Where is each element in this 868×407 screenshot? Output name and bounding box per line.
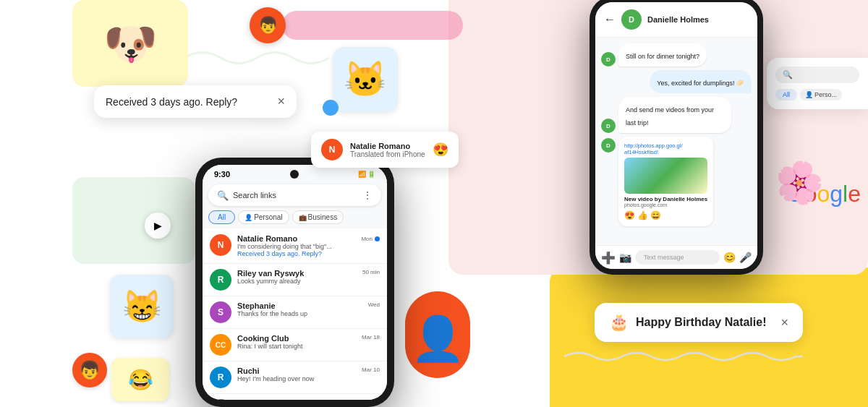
birthday-emoji: 🎂 xyxy=(609,313,629,332)
play-button[interactable]: ▶ xyxy=(145,213,171,239)
photos-tab-person[interactable]: 👤 Perso... xyxy=(800,89,842,100)
natalie-subtitle: Translated from iPhone xyxy=(350,150,425,158)
cooking-avatar: CC xyxy=(210,334,231,356)
chat-link-card: D http://photos.app.goo.gl/af14HsskfIisd… xyxy=(601,137,752,226)
cat-sticker-bottom: 😸 xyxy=(110,275,174,338)
ruchi-name: Ruchi xyxy=(237,367,260,375)
riley-preview: Looks yummy already xyxy=(237,278,380,285)
chat-input-bar: ➕ 📷 Text message 😊 🎤 xyxy=(595,245,757,269)
chat-input-field[interactable]: Text message xyxy=(635,250,720,265)
message-item-natalie[interactable]: N Natalie Romano Mon I'm considering doi… xyxy=(203,228,387,264)
stephanie-preview: Thanks for the heads up xyxy=(237,310,380,317)
riley-name: Riley van Ryswyk xyxy=(237,269,304,278)
stephanie-time: Wed xyxy=(368,301,380,310)
ruchi-time: Mar 10 xyxy=(362,367,380,375)
message-item-cooking[interactable]: CC Cooking Club Mar 18 Rina: I will star… xyxy=(203,329,387,361)
natalie-emoji: 😍 xyxy=(433,142,448,158)
blue-dot xyxy=(323,100,339,116)
chat-back-icon[interactable]: ← xyxy=(604,13,616,26)
message-item-ruchi[interactable]: R Ruchi Mar 10 Hey! I'm heading over now xyxy=(203,361,387,394)
message-item-daniel[interactable]: D Daniel Han Feb 25 xyxy=(203,394,387,400)
cat-illustration-top-left: 🐶 xyxy=(72,0,188,87)
daniel-avatar: D xyxy=(210,399,231,400)
chat-camera-icon[interactable]: 📷 xyxy=(619,252,631,263)
unread-dot xyxy=(375,236,380,241)
cooking-preview: Rina: I will start tonight xyxy=(237,343,380,350)
chat-phone-mockup: ← D Danielle Holmes D Still on for dinne… xyxy=(590,0,763,275)
top-pink-decoration xyxy=(282,11,463,40)
phone-menu-icon[interactable]: ⋮ xyxy=(362,189,373,201)
stephanie-avatar: S xyxy=(210,301,231,323)
chat-phone-screen: ← D Danielle Holmes D Still on for dinne… xyxy=(595,2,757,269)
phone-search-icon: 🔍 xyxy=(217,190,229,201)
birthday-text: Happy Birthday Natalie! xyxy=(636,316,766,329)
phone-mockup: 9:30 📶 🔋 🔍 Search links ⋮ All 👤 Personal… xyxy=(195,158,394,407)
daniel-time: Feb 25 xyxy=(362,399,380,400)
natalie-avatar: N xyxy=(321,139,343,160)
reply-notification-text: Received 3 days ago. Reply? xyxy=(106,96,237,108)
phone-search-placeholder: Search links xyxy=(233,191,276,200)
stephanie-name: Stephanie xyxy=(237,301,276,310)
chat-bubble-received-2: D And send me videos from your last trip… xyxy=(601,97,752,133)
phone-search-bar[interactable]: 🔍 Search links ⋮ xyxy=(208,184,381,206)
ruchi-avatar: R xyxy=(210,367,231,388)
phone-status-icons: 📶 🔋 xyxy=(358,171,375,178)
small-avatar-bottom-left: 👦 xyxy=(72,353,107,387)
link-title: New video by Danielle Holmes xyxy=(624,196,707,202)
birthday-squiggle xyxy=(564,346,803,367)
riley-time: 50 min xyxy=(362,269,380,278)
reply-notification-card[interactable]: Received 3 days ago. Reply? × xyxy=(94,85,297,118)
chat-msg-3-text: And send me videos from your last trip! xyxy=(626,106,714,127)
birthday-close-btn[interactable]: × xyxy=(780,315,788,330)
phone-message-list: N Natalie Romano Mon I'm considering doi… xyxy=(203,228,387,400)
photos-panel: 🔍 All 👤 Perso... xyxy=(767,58,868,109)
top-avatar-circle: 👦 xyxy=(250,7,286,43)
green-bg-block xyxy=(72,177,195,264)
top-squiggle xyxy=(184,43,329,65)
chat-contact-avatar: D xyxy=(621,9,642,30)
natalie-msg-name: Natalie Romano xyxy=(237,234,297,243)
chat-bubble-sent-1: Yes, excited for dumplings! 🥟 xyxy=(601,70,752,93)
link-reactions: 😍 👍 😄 xyxy=(624,210,707,220)
phone-time: 9:30 xyxy=(214,170,230,179)
natalie-msg-time: Mon xyxy=(361,236,373,242)
natalie-msg-preview: I'm considering doing that "big"... xyxy=(237,243,380,250)
laugh-bubble: 😂 xyxy=(111,358,169,401)
photos-tabs: All 👤 Perso... xyxy=(775,89,859,100)
riley-avatar: R xyxy=(210,269,231,291)
tab-all[interactable]: All xyxy=(208,210,235,224)
chat-emoji-icon[interactable]: 😊 xyxy=(723,252,736,263)
message-item-riley[interactable]: R Riley van Ryswyk 50 min Looks yummy al… xyxy=(203,264,387,296)
link-domain: photos.google.com xyxy=(624,202,707,207)
link-url: http://photos.app.goo.gl/af14HsskfIisd! xyxy=(624,142,707,155)
tab-business[interactable]: 💼 Business xyxy=(292,210,344,224)
birthday-notification-card[interactable]: 🎂 Happy Birthday Natalie! × xyxy=(595,303,803,342)
reply-notification-close[interactable]: × xyxy=(277,94,285,109)
person-avatar-illustration: 👤 xyxy=(394,277,481,393)
photos-tab-all[interactable]: All xyxy=(775,89,797,100)
photos-search-bar[interactable]: 🔍 xyxy=(775,67,859,83)
phone-filter-tabs: All 👤 Personal 💼 Business xyxy=(203,210,387,228)
phone-screen: 9:30 📶 🔋 🔍 Search links ⋮ All 👤 Personal… xyxy=(203,165,387,400)
ruchi-preview: Hey! I'm heading over now xyxy=(237,375,380,382)
natalie-card: N Natalie Romano Translated from iPhone … xyxy=(311,132,459,168)
link-image xyxy=(624,158,707,194)
natalie-info: Natalie Romano Translated from iPhone xyxy=(350,142,425,158)
chat-mic-icon[interactable]: 🎤 xyxy=(739,252,752,263)
natalie-name: Natalie Romano xyxy=(350,142,425,150)
message-item-stephanie[interactable]: S Stephanie Wed Thanks for the heads up xyxy=(203,296,387,329)
photos-search-icon: 🔍 xyxy=(783,70,793,80)
natalie-msg-received: Received 3 days ago. Reply? xyxy=(237,250,380,257)
chat-add-icon[interactable]: ➕ xyxy=(601,251,616,265)
cat-hat-sticker-top: 🐱 xyxy=(333,47,398,112)
chat-contact-name: Danielle Holmes xyxy=(647,15,709,24)
cooking-name: Cooking Club xyxy=(237,334,289,343)
chat-header: ← D Danielle Holmes xyxy=(595,2,757,38)
daniel-name: Daniel Han xyxy=(237,399,278,400)
chat-bubble-received-1: D Still on for dinner tonight? xyxy=(601,43,752,67)
chat-messages-area: D Still on for dinner tonight? Yes, exci… xyxy=(595,38,757,245)
tab-personal[interactable]: 👤 Personal xyxy=(238,210,289,224)
chat-msg-2-text: Yes, excited for dumplings! 🥟 xyxy=(657,80,744,87)
phone-notch xyxy=(290,170,299,179)
cooking-time: Mar 18 xyxy=(362,334,380,343)
